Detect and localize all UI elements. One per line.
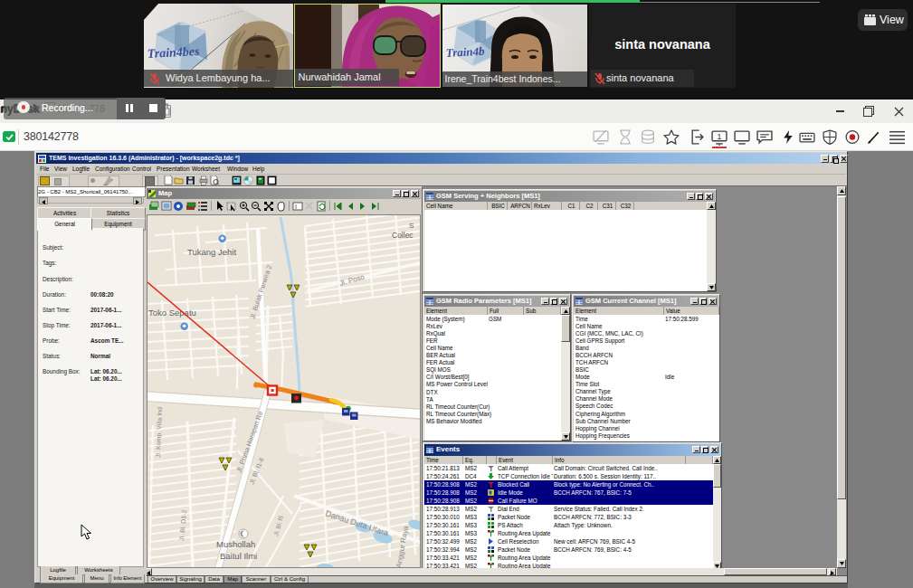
- svg-text:Mushollah: Mushollah: [216, 539, 255, 549]
- svg-text:S: S: [409, 222, 414, 230]
- svg-text:Baitul Ilmi: Baitul Ilmi: [220, 551, 257, 561]
- svg-text:Collec: Collec: [392, 231, 414, 240]
- svg-text:Train4b: Train4b: [445, 44, 485, 60]
- svg-text:I: I: [295, 204, 297, 210]
- svg-text:Train4bes: Train4bes: [147, 44, 200, 61]
- svg-text:1: 1: [717, 131, 721, 141]
- svg-text:Tukang Jehit: Tukang Jehit: [187, 247, 236, 257]
- svg-text:Toko Sepatu: Toko Sepatu: [148, 308, 196, 318]
